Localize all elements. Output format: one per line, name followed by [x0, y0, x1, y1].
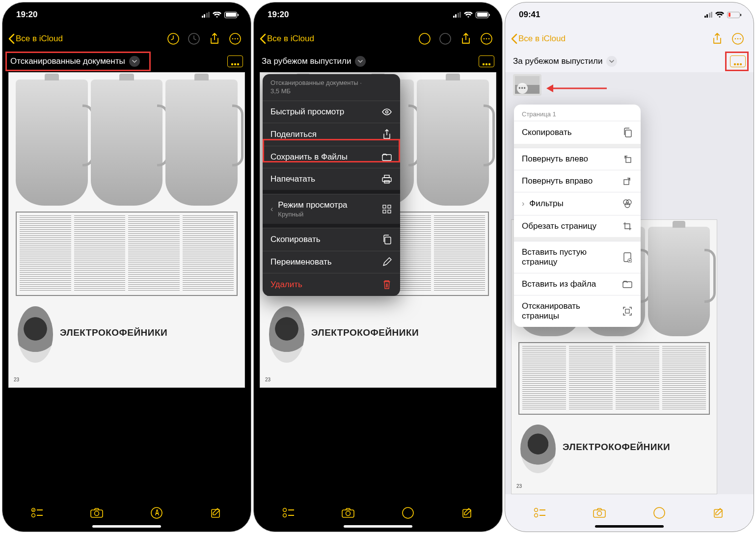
- menu-quicklook[interactable]: Быстрый просмотр: [263, 101, 400, 123]
- menu-view-mode[interactable]: ‹ Режим просмотраКрупный: [263, 194, 400, 224]
- chevron-left-icon: ‹: [270, 205, 273, 214]
- navigation-bar: Все в iCloud: [505, 27, 754, 51]
- camera-button[interactable]: [338, 503, 358, 523]
- menu-crop[interactable]: Обрезать страницу: [514, 215, 641, 237]
- markup-button[interactable]: [649, 503, 669, 523]
- back-button[interactable]: Все в iCloud: [260, 33, 314, 44]
- compose-button[interactable]: [206, 503, 226, 523]
- note-content[interactable]: ЭЛЕКТРОКОФЕЙНИКИ 23: [2, 72, 251, 494]
- home-indicator[interactable]: [344, 525, 412, 528]
- svg-rect-29: [385, 237, 391, 244]
- menu-share[interactable]: Поделиться: [263, 123, 400, 146]
- navigation-bar: Все в iCloud: [254, 27, 502, 51]
- menu-scan-pages[interactable]: Отсканировать страницы: [514, 295, 641, 327]
- note-title[interactable]: За рубежом выпустили: [513, 56, 602, 66]
- share-button[interactable]: [707, 29, 727, 49]
- page-context-menu: Страница 1 Скопировать Повернуть влево П…: [514, 105, 641, 327]
- page-options-button[interactable]: •••: [517, 83, 528, 94]
- compose-button[interactable]: [458, 503, 477, 523]
- note-title-bar: За рубежом выпустили: [505, 51, 754, 72]
- svg-rect-23: [384, 175, 389, 178]
- markup-button[interactable]: [147, 503, 166, 523]
- trash-icon: [381, 279, 392, 290]
- eye-icon: [381, 108, 392, 116]
- menu-rotate-right[interactable]: Повернуть вправо: [514, 170, 641, 192]
- battery-icon: [224, 12, 237, 18]
- thumbnail-view-button[interactable]: [479, 55, 494, 67]
- doc-page-number: 23: [14, 377, 19, 382]
- checklist-button[interactable]: [27, 503, 47, 523]
- title-chevron-icon[interactable]: [355, 56, 366, 67]
- menu-print[interactable]: Напечатать: [263, 168, 400, 190]
- svg-point-5: [237, 38, 239, 40]
- svg-rect-45: [624, 180, 629, 185]
- menu-save-to-files[interactable]: Сохранить в Файлы: [263, 146, 400, 168]
- doc-page-number: 23: [265, 377, 270, 382]
- doc-brand: ЭЛЕКТРОКОФЕЙНИКИ: [563, 442, 710, 453]
- svg-rect-44: [626, 158, 631, 162]
- status-time: 19:20: [268, 10, 289, 20]
- menu-insert-blank[interactable]: Вставить пустую страницу: [514, 241, 641, 273]
- home-indicator[interactable]: [92, 525, 161, 528]
- back-button[interactable]: Все в iCloud: [511, 33, 566, 44]
- menu-delete[interactable]: Удалить: [263, 273, 400, 296]
- svg-point-58: [597, 511, 602, 516]
- copy-icon: [381, 234, 392, 245]
- svg-point-17: [484, 38, 485, 40]
- menu-header: Отсканированные документы ·3,5 МБ: [263, 74, 400, 101]
- home-indicator[interactable]: [595, 525, 664, 528]
- redo-button[interactable]: [184, 29, 204, 49]
- share-button[interactable]: [456, 29, 476, 49]
- note-title[interactable]: За рубежом выпустили: [262, 56, 351, 66]
- checklist-button[interactable]: [279, 503, 298, 523]
- share-button[interactable]: [205, 29, 224, 49]
- undo-button[interactable]: [415, 29, 434, 49]
- title-chevron-icon[interactable]: [606, 56, 617, 67]
- note-title[interactable]: Отсканированные документы: [10, 56, 125, 66]
- thumbnail-view-button[interactable]: [227, 55, 243, 67]
- doc-brand: ЭЛЕКТРОКОФЕЙНИКИ: [311, 327, 489, 338]
- camera-button[interactable]: [590, 503, 609, 523]
- menu-rename[interactable]: Переименовать: [263, 251, 400, 273]
- annotation-arrow: [545, 81, 609, 96]
- screen-3: 09:41 Все в iCloud За рубежом выпустили …: [505, 2, 754, 532]
- menu-insert-file[interactable]: Вставить из файла: [514, 273, 641, 295]
- back-button[interactable]: Все в iCloud: [8, 33, 63, 44]
- compose-button[interactable]: [709, 503, 729, 523]
- more-button[interactable]: [477, 29, 496, 49]
- crop-icon: [622, 221, 633, 231]
- svg-point-39: [735, 38, 736, 40]
- svg-point-14: [419, 33, 430, 44]
- status-right: [453, 12, 489, 18]
- cellular-icon: [704, 12, 713, 18]
- svg-point-48: [625, 203, 630, 208]
- printer-icon: [381, 174, 392, 184]
- status-time: 09:41: [519, 10, 540, 20]
- svg-rect-25: [383, 205, 386, 208]
- scan-icon: [622, 306, 633, 317]
- undo-button[interactable]: [163, 29, 183, 49]
- menu-copy[interactable]: Скопировать: [514, 121, 641, 144]
- title-chevron-icon[interactable]: [129, 56, 140, 67]
- checklist-button[interactable]: [530, 503, 550, 523]
- svg-rect-43: [625, 130, 631, 137]
- status-bar: 19:20: [254, 2, 502, 27]
- screen-2: 19:20 Все в iCloud За рубежом выпустили …: [253, 2, 503, 532]
- svg-point-20: [386, 110, 388, 113]
- more-button[interactable]: [225, 29, 245, 49]
- redo-button[interactable]: [435, 29, 455, 49]
- more-button[interactable]: [728, 29, 748, 49]
- svg-rect-52: [625, 309, 629, 313]
- camera-button[interactable]: [87, 503, 107, 523]
- markup-button[interactable]: [398, 503, 418, 523]
- attachment-context-menu: Отсканированные документы ·3,5 МБ Быстры…: [263, 74, 400, 296]
- svg-point-53: [534, 508, 538, 512]
- page-thumbnail[interactable]: •••: [513, 74, 541, 96]
- thumbnail-view-button[interactable]: [730, 55, 746, 67]
- scanned-document[interactable]: ЭЛЕКТРОКОФЕЙНИКИ 23: [8, 72, 245, 388]
- menu-copy[interactable]: Скопировать: [263, 228, 400, 251]
- menu-header: Страница 1: [514, 105, 641, 121]
- svg-point-31: [283, 514, 286, 517]
- menu-rotate-left[interactable]: Повернуть влево: [514, 148, 641, 170]
- menu-filters[interactable]: ›Фильтры: [514, 192, 641, 215]
